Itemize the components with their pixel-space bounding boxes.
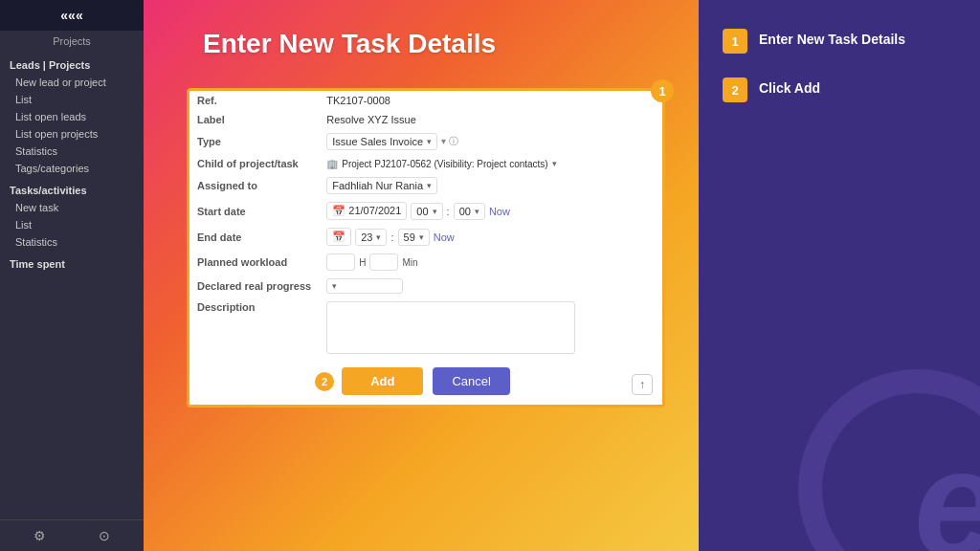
- sidebar-collapse-btn[interactable]: «««: [0, 0, 144, 31]
- ref-label: Ref.: [189, 91, 319, 110]
- start-date-row: Start date 📅 21/07/2021 00 ▾ : 0: [189, 198, 662, 224]
- sidebar-item-task-list[interactable]: List: [0, 216, 144, 233]
- start-date-input[interactable]: 📅 21/07/2021: [326, 202, 407, 220]
- workload-h-input[interactable]: [326, 253, 355, 271]
- type-extra-icon: ▾ ⓘ: [441, 135, 458, 148]
- help-icon[interactable]: ⊙: [99, 528, 110, 543]
- end-min-chevron: ▾: [419, 232, 424, 242]
- add-button[interactable]: Add: [342, 367, 423, 395]
- sidebar-item-list-open-leads[interactable]: List open leads: [0, 108, 144, 125]
- type-row: Type Issue Sales Invoice ▾ ▾ ⓘ: [189, 129, 662, 154]
- end-hour-value: 23: [361, 231, 372, 243]
- sidebar-item-list[interactable]: List: [0, 91, 144, 108]
- sidebar-item-list-open-projects[interactable]: List open projects: [0, 125, 144, 143]
- assigned-select[interactable]: Fadhliah Nur Rania ▾: [326, 177, 437, 194]
- sidebar-item-tags[interactable]: Tags/categories: [0, 160, 144, 177]
- form-fields-table: Ref. TK2107-0008 Label Resolve XYZ Issue…: [189, 91, 662, 358]
- project-icon: 🏢: [326, 159, 338, 169]
- assigned-label: Assigned to: [189, 173, 319, 198]
- calendar-icon: 📅: [332, 205, 345, 216]
- start-min-value: 00: [459, 206, 471, 217]
- form-actions: 2 Add Cancel ↑: [189, 358, 662, 405]
- end-calendar-icon: 📅: [332, 231, 345, 242]
- end-hour-select[interactable]: 23 ▾: [355, 229, 387, 246]
- progress-row: Declared real progress ▾: [189, 275, 662, 298]
- child-chevron: ▾: [552, 159, 557, 168]
- step1-text: Enter New Task Details: [759, 29, 905, 47]
- child-value: Project PJ2107-0562 (Visibility: Project…: [342, 159, 547, 169]
- type-chevron: ▾: [427, 137, 432, 146]
- form-step-badge: 1: [651, 79, 674, 102]
- sidebar-projects-label: Projects: [0, 31, 144, 52]
- child-label: Child of project/task: [189, 154, 319, 173]
- type-label: Type: [189, 129, 319, 154]
- sidebar-item-new-task[interactable]: New task: [0, 199, 144, 216]
- start-hour-chevron: ▾: [433, 207, 437, 216]
- label-row: Label Resolve XYZ Issue: [189, 110, 662, 129]
- right-panel: 1 Enter New Task Details 2 Click Add e: [699, 0, 980, 551]
- type-value: Issue Sales Invoice: [332, 136, 423, 147]
- sidebar-section-time: Time spent: [0, 251, 144, 273]
- step2-badge: 2: [723, 77, 747, 102]
- description-textarea[interactable]: [326, 301, 575, 354]
- sidebar-bottom-icons: ⚙ ⊙: [0, 519, 144, 551]
- task-form: 1 Ref. TK2107-0008 Label Resolve XYZ Iss…: [187, 88, 665, 408]
- scroll-up-button[interactable]: ↑: [632, 374, 653, 395]
- progress-label: Declared real progress: [189, 275, 319, 298]
- progress-select[interactable]: ▾: [326, 278, 403, 294]
- sidebar: ««« Projects Leads | Projects New lead o…: [0, 0, 144, 551]
- start-min-chevron: ▾: [475, 207, 479, 216]
- step1-container: 1 Enter New Task Details: [723, 29, 956, 54]
- workload-row: Planned workload H Min: [189, 250, 662, 275]
- sidebar-item-new-lead[interactable]: New lead or project: [0, 74, 144, 91]
- time-separator: :: [447, 206, 450, 217]
- end-min-select[interactable]: 59 ▾: [398, 229, 430, 246]
- end-date-label: End date: [189, 224, 319, 250]
- workload-min-label: Min: [402, 257, 417, 268]
- add-step-badge: 2: [315, 372, 334, 391]
- sidebar-item-task-stats[interactable]: Statistics: [0, 233, 144, 251]
- description-label: Description: [189, 298, 319, 358]
- start-min-select[interactable]: 00 ▾: [454, 203, 485, 220]
- end-time-separator: :: [390, 231, 393, 243]
- step1-badge: 1: [723, 29, 747, 54]
- workload-h-label: H: [359, 257, 366, 268]
- page-title: Enter New Task Details: [203, 29, 496, 59]
- assigned-value: Fadhliah Nur Rania: [332, 180, 423, 191]
- assigned-chevron: ▾: [427, 181, 432, 190]
- workload-label: Planned workload: [189, 250, 319, 275]
- watermark-e-icon: e: [914, 427, 980, 551]
- type-select[interactable]: Issue Sales Invoice ▾: [326, 133, 437, 150]
- sidebar-item-statistics[interactable]: Statistics: [0, 143, 144, 160]
- end-min-value: 59: [404, 231, 415, 243]
- start-date-label: Start date: [189, 198, 319, 224]
- start-now-btn[interactable]: Now: [489, 206, 510, 217]
- progress-chevron: ▾: [332, 281, 337, 291]
- description-row: Description: [189, 298, 662, 358]
- end-date-input[interactable]: 📅: [326, 228, 351, 246]
- cancel-button[interactable]: Cancel: [433, 367, 509, 395]
- end-now-btn[interactable]: Now: [434, 231, 455, 243]
- main-area: Enter New Task Details ««« Projects Lead…: [0, 0, 699, 551]
- end-hour-chevron: ▾: [376, 232, 381, 242]
- label-value: Resolve XYZ Issue: [326, 114, 416, 125]
- step2-container: 2 Click Add: [723, 77, 956, 102]
- end-date-row: End date 📅 23 ▾ : 59 ▾: [189, 224, 662, 250]
- sidebar-section-leads: Leads | Projects: [0, 52, 144, 74]
- start-hour-select[interactable]: 00 ▾: [411, 203, 442, 220]
- label-label: Label: [189, 110, 319, 129]
- assigned-row: Assigned to Fadhliah Nur Rania ▾: [189, 173, 662, 198]
- sidebar-section-tasks: Tasks/activities: [0, 177, 144, 199]
- ref-row: Ref. TK2107-0008: [189, 91, 662, 110]
- start-hour-value: 00: [416, 206, 428, 217]
- ref-value: TK2107-0008: [326, 95, 390, 106]
- step2-text: Click Add: [759, 77, 820, 96]
- workload-min-input[interactable]: [369, 253, 398, 271]
- settings-icon[interactable]: ⚙: [33, 528, 46, 543]
- child-row: Child of project/task 🏢 Project PJ2107-0…: [189, 154, 662, 173]
- start-date-value: 21/07/2021: [348, 205, 401, 216]
- add-btn-wrapper: 2 Add: [342, 367, 423, 395]
